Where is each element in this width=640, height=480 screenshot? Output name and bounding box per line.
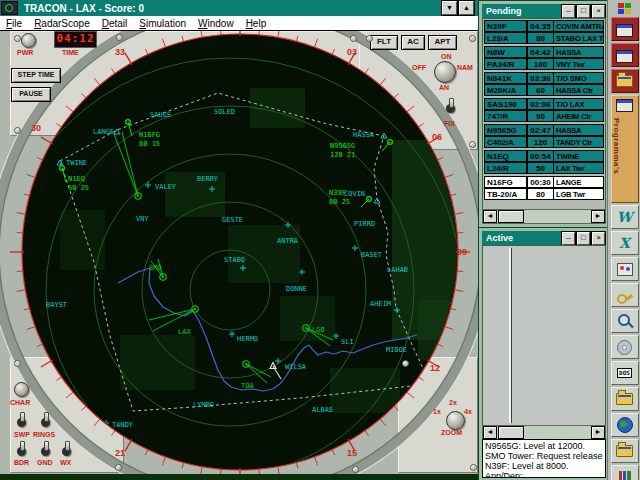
minimize-icon[interactable]: – — [562, 232, 575, 245]
compass-number: 21 — [115, 448, 125, 458]
screw — [366, 35, 373, 42]
active-title-bar[interactable]: Active – □ × — [482, 231, 606, 245]
bdr-switch[interactable] — [17, 447, 26, 456]
aircraft-tag-callsign[interactable]: N9565G — [330, 142, 355, 150]
flight-callsign: N8W — [484, 46, 527, 58]
screw — [14, 360, 21, 367]
pending-title-bar[interactable]: Pending – □ × — [482, 4, 606, 18]
wx-label: WX — [60, 459, 71, 466]
pending-flight-row[interactable]: SAS19002:06T/O LAX747/R90AHEIM Ctr — [484, 98, 604, 122]
compass-number: 15 — [347, 448, 357, 458]
menu-item-simulation[interactable]: Simulation — [133, 17, 192, 30]
active-scrollbar[interactable]: ◄ ► — [482, 425, 606, 440]
pwr-knob[interactable] — [21, 33, 36, 48]
pending-flight-row[interactable]: N841K03:36T/O SMOM20K/A60HASSA Ctr — [484, 72, 604, 96]
apt-button[interactable]: APT — [428, 35, 457, 50]
system-menu-icon[interactable] — [1, 1, 18, 15]
title-bar[interactable]: TRACON - LAX - Score: 0 ▼ ▲ — [0, 0, 478, 16]
globe-icon[interactable] — [611, 413, 639, 437]
pause-button[interactable]: PAUSE — [11, 87, 51, 102]
program-group-icon[interactable] — [611, 69, 639, 93]
menu-item-detail[interactable]: Detail — [96, 17, 134, 30]
minimize-icon[interactable]: – — [562, 5, 575, 18]
window-title: TRACON - LAX - Score: 0 — [24, 3, 144, 14]
names-mode-knob[interactable] — [434, 61, 456, 83]
pending-flight-row[interactable]: N9565G02:47HASSAC402/A120TANDY Ctr — [484, 124, 604, 148]
pending-title: Pending — [486, 6, 522, 16]
compass-number: 06 — [432, 132, 442, 142]
radio-message: App/Dep: — [485, 471, 603, 478]
pending-flight-row[interactable]: N1EQ00:54TWINEL24/R50LAX Twr — [484, 150, 604, 174]
restore-icon[interactable]: □ — [577, 232, 590, 245]
scroll-thumb[interactable] — [498, 426, 524, 439]
flight-type: L23/A — [484, 32, 527, 44]
radio-log[interactable]: N9565G: Level at 12000.SMO Tower: Reques… — [482, 439, 606, 478]
close-icon[interactable]: × — [592, 232, 605, 245]
scroll-thumb[interactable] — [498, 210, 524, 223]
rings-switch[interactable] — [41, 418, 50, 427]
folder-icon[interactable] — [611, 387, 639, 411]
program-launcher-strip: Programma's WXDOS — [607, 0, 640, 480]
menu-bar: File RadarScope Detail Simulation Window… — [0, 16, 478, 31]
aircraft-tag-callsign[interactable]: N1EQ — [68, 175, 85, 183]
folder-icon[interactable] — [611, 439, 639, 463]
zoom-1x-label: 1x — [433, 408, 441, 415]
close-icon[interactable]: × — [592, 5, 605, 18]
char-knob[interactable] — [14, 382, 29, 397]
aircraft-tag-callsign[interactable]: N39F — [329, 189, 346, 197]
maximize-button[interactable]: ▲ — [459, 1, 474, 15]
waypoint-label: COVIN — [344, 190, 365, 198]
screw — [402, 360, 409, 367]
column-divider — [509, 248, 512, 423]
scroll-right-arrow[interactable]: ► — [591, 426, 605, 439]
menu-item-window[interactable]: Window — [192, 17, 240, 30]
pending-flight-list[interactable]: N39F04:35COVIN AMTRAL23/A80STABO LAX Twr… — [482, 18, 606, 210]
flight-route: COVIN AMTRA — [554, 20, 604, 32]
pending-flight-row[interactable]: N16FG00:30LANGETB-20/A80LGB Twr — [484, 176, 604, 200]
scroll-left-arrow[interactable]: ◄ — [483, 210, 497, 223]
key-icon[interactable] — [611, 283, 639, 307]
ac-button[interactable]: AC — [401, 35, 425, 50]
flight-route: T/O SMO — [554, 72, 604, 84]
waypoint-label: SAUGS — [150, 111, 171, 119]
scroll-right-arrow[interactable]: ► — [591, 210, 605, 223]
screw — [469, 141, 476, 148]
screw — [470, 464, 477, 471]
excel-icon[interactable]: X — [611, 231, 639, 255]
menu-item-file[interactable]: File — [0, 17, 28, 30]
programmas-group-icon[interactable]: Programma's — [611, 95, 639, 203]
step-time-button[interactable]: STEP TIME — [11, 68, 61, 83]
radar-scope-display[interactable]: SAUGSLANGESOLEDTWINEVALEYVNYBERRYGESTEAN… — [0, 0, 478, 480]
aircraft-tag-callsign[interactable]: N16FG — [139, 131, 160, 139]
restore-icon[interactable]: □ — [577, 5, 590, 18]
gnd-switch[interactable] — [41, 447, 50, 456]
flt-button[interactable]: FLT — [370, 35, 398, 50]
flight-altitude: 80 — [527, 32, 554, 44]
flight-route: HASSA — [554, 124, 604, 136]
flight-altitude: 60 — [527, 84, 554, 96]
program-group-icon[interactable] — [611, 43, 639, 67]
wx-switch[interactable] — [62, 447, 71, 456]
radio-message: SMO Tower: Request release N841K. — [485, 451, 603, 461]
dos-icon[interactable]: DOS — [611, 361, 639, 385]
books-icon[interactable] — [611, 465, 639, 480]
word-icon[interactable]: W — [611, 205, 639, 229]
menu-item-radarscope[interactable]: RadarScope — [28, 17, 96, 30]
flight-route: TWINE — [554, 150, 604, 162]
char-label: CHAR — [10, 399, 30, 406]
scroll-left-arrow[interactable]: ◄ — [483, 426, 497, 439]
fix-switch[interactable] — [446, 104, 455, 113]
menu-item-help[interactable]: Help — [240, 17, 273, 30]
paint-icon[interactable] — [611, 257, 639, 281]
pending-scrollbar[interactable]: ◄ ► — [482, 209, 606, 224]
screw — [350, 35, 357, 42]
program-group-icon[interactable] — [611, 17, 639, 41]
cd-icon[interactable] — [611, 335, 639, 359]
zoom-knob[interactable] — [446, 411, 465, 430]
swp-switch[interactable] — [17, 418, 26, 427]
pending-flight-row[interactable]: N8W04:42HASSAPA34/R100VNY Twr — [484, 46, 604, 70]
minimize-button[interactable]: ▼ — [442, 1, 457, 15]
active-flight-list[interactable] — [482, 245, 606, 426]
pending-flight-row[interactable]: N39F04:35COVIN AMTRAL23/A80STABO LAX Twr — [484, 20, 604, 44]
search-icon[interactable] — [611, 309, 639, 333]
